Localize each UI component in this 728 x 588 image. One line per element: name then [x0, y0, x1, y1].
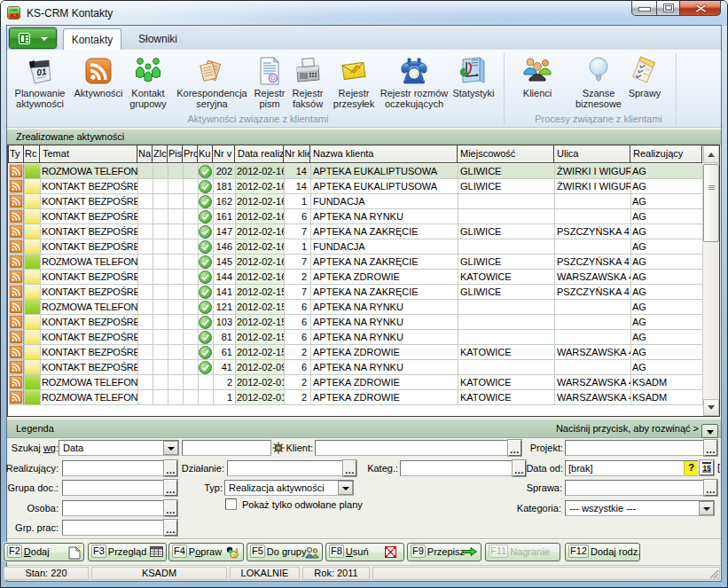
svg-text:15: 15 [703, 464, 712, 473]
